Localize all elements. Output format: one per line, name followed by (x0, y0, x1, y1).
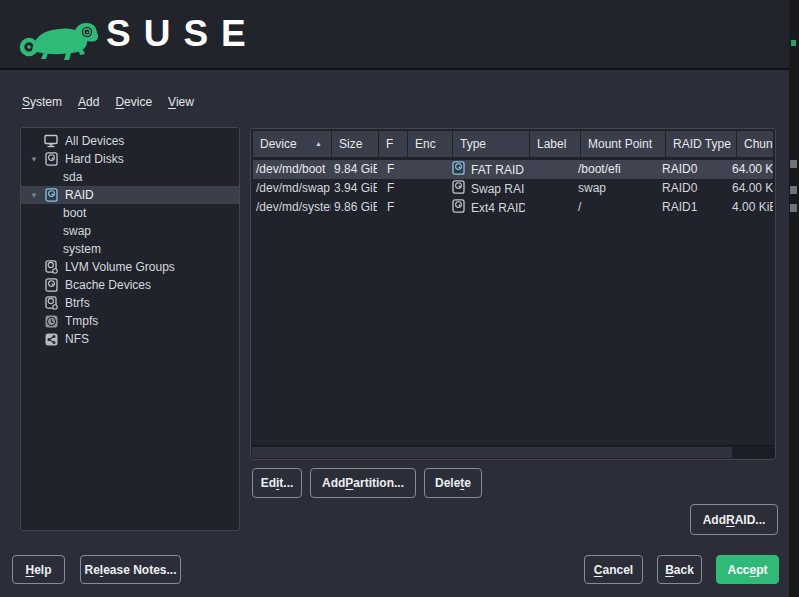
cell-device: /dev/md/boot (253, 160, 331, 179)
device-tree: All Devices ▼ Hard Disks sda ▼ RAID (21, 128, 239, 348)
chevron-down-icon[interactable]: ▼ (25, 155, 43, 164)
cell-device: /dev/md/swap (253, 179, 331, 198)
tree-item-label: system (63, 242, 101, 256)
cell-device: /dev/md/system (253, 198, 331, 217)
cell-type-label: Swap RAID (471, 182, 525, 196)
cell-format-flag: F (377, 160, 405, 179)
tree-item-label: Tmpfs (65, 314, 98, 328)
sort-ascending-icon: ▲ (315, 140, 322, 147)
tree-item-hard-disks[interactable]: ▼ Hard Disks (21, 150, 239, 168)
tree-item-label: RAID (65, 188, 94, 202)
background-window-strip (789, 0, 799, 597)
bcache-icon (43, 278, 59, 292)
tree-item-label: Btrfs (65, 296, 90, 310)
cell-size: 3.94 GiB (331, 179, 377, 198)
cell-raid-type: RAID1 (659, 198, 729, 217)
tree-item-all-devices[interactable]: All Devices (21, 132, 239, 150)
add-partition-button[interactable]: Add Partition... (310, 468, 416, 498)
column-header-raid-type[interactable]: RAID Type (666, 131, 736, 157)
tree-item-bcache-devices[interactable]: Bcache Devices (21, 276, 239, 294)
cell-mount-point: / (575, 198, 659, 217)
cell-size: 9.84 GiB (331, 160, 377, 179)
title-banner: SUSE (0, 0, 799, 70)
column-header-f[interactable]: F (379, 131, 407, 157)
tree-item-nfs[interactable]: NFS (21, 330, 239, 348)
device-tree-panel: All Devices ▼ Hard Disks sda ▼ RAID (20, 127, 240, 531)
computer-icon (43, 134, 59, 148)
nfs-share-icon (43, 333, 59, 346)
cell-raid-type: RAID0 (659, 160, 729, 179)
table-body: /dev/md/boot 9.84 GiB F FAT RAID /boot/e… (253, 160, 773, 217)
cell-label (525, 198, 575, 217)
menu-view[interactable]: View (168, 95, 194, 109)
tree-item-tmpfs[interactable]: Tmpfs (21, 312, 239, 330)
help-button[interactable]: Help (12, 555, 65, 584)
table-header-row: Device ▲ Size F Enc Type Label Mount Poi… (253, 131, 773, 157)
tree-item-label: Hard Disks (65, 152, 124, 166)
raid-disk-icon (452, 199, 465, 216)
back-button[interactable]: Back (657, 555, 702, 584)
tree-item-label: All Devices (65, 134, 124, 148)
tree-item-system[interactable]: system (21, 240, 239, 258)
column-header-chunk[interactable]: Chunk (737, 131, 773, 157)
brand-wordmark: SUSE (106, 13, 259, 55)
menubar: System Add Device View (22, 95, 194, 109)
cancel-button[interactable]: Cancel (584, 555, 643, 584)
chevron-down-icon[interactable]: ▼ (25, 191, 43, 200)
tree-item-label: NFS (65, 332, 89, 346)
cell-type: Ext4 RAID (449, 198, 525, 217)
tmpfs-clock-icon (43, 315, 59, 328)
column-header-enc[interactable]: Enc (408, 131, 452, 157)
column-header-label[interactable]: Label (530, 131, 580, 157)
edit-button[interactable]: Edit... (252, 468, 302, 498)
horizontal-scrollbar[interactable] (252, 445, 774, 458)
cell-enc (405, 198, 449, 217)
cell-label (525, 179, 575, 198)
raid-disk-icon (452, 161, 465, 178)
raid-disk-icon (452, 180, 465, 197)
menu-system[interactable]: System (22, 95, 62, 109)
column-header-device[interactable]: Device ▲ (253, 131, 331, 157)
cell-chunk: 4.00 KiB (729, 198, 773, 217)
column-header-type[interactable]: Type (453, 131, 529, 157)
tree-item-label: sda (63, 170, 82, 184)
btrfs-icon (43, 296, 59, 310)
cell-type-label: Ext4 RAID (471, 201, 525, 215)
tree-item-label: boot (63, 206, 86, 220)
column-header-mount-point[interactable]: Mount Point (581, 131, 665, 157)
accept-button[interactable]: Accept (716, 555, 779, 584)
tree-item-lvm-volume-groups[interactable]: LVM Volume Groups (21, 258, 239, 276)
column-header-size[interactable]: Size (332, 131, 378, 157)
delete-button[interactable]: Delete (424, 468, 482, 498)
tree-item-raid[interactable]: ▼ RAID (21, 186, 239, 204)
tree-item-swap[interactable]: swap (21, 222, 239, 240)
tree-item-btrfs[interactable]: Btrfs (21, 294, 239, 312)
tree-item-label: swap (63, 224, 91, 238)
hard-disk-icon (43, 152, 59, 166)
background-logo-fragment (791, 40, 796, 46)
menu-device[interactable]: Device (115, 95, 152, 109)
cell-type: FAT RAID (449, 160, 525, 179)
add-raid-button[interactable]: Add RAID... (690, 504, 778, 535)
raid-devices-table-panel: Device ▲ Size F Enc Type Label Mount Poi… (250, 128, 776, 460)
cell-mount-point: /boot/efi (575, 160, 659, 179)
background-text-fragment (790, 204, 797, 212)
tree-item-sda[interactable]: sda (21, 168, 239, 186)
table-row[interactable]: /dev/md/boot 9.84 GiB F FAT RAID /boot/e… (253, 160, 773, 179)
cell-size: 9.86 GiB (331, 198, 377, 217)
tree-item-label: Bcache Devices (65, 278, 151, 292)
cell-type: Swap RAID (449, 179, 525, 198)
cell-mount-point: swap (575, 179, 659, 198)
tree-item-boot[interactable]: boot (21, 204, 239, 222)
table-row[interactable]: /dev/md/system 9.86 GiB F Ext4 RAID / RA… (253, 198, 773, 217)
suse-chameleon-logo-icon (18, 8, 100, 62)
menu-add[interactable]: Add (78, 95, 99, 109)
cell-chunk: 64.00 KiB (729, 160, 773, 179)
background-text-fragment (790, 160, 797, 168)
release-notes-button[interactable]: Release Notes... (80, 555, 181, 584)
raid-disk-icon (43, 188, 59, 202)
horizontal-scrollbar-thumb[interactable] (252, 447, 732, 458)
table-row[interactable]: /dev/md/swap 3.94 GiB F Swap RAID swap R… (253, 179, 773, 198)
cell-format-flag: F (377, 198, 405, 217)
tree-item-label: LVM Volume Groups (65, 260, 175, 274)
